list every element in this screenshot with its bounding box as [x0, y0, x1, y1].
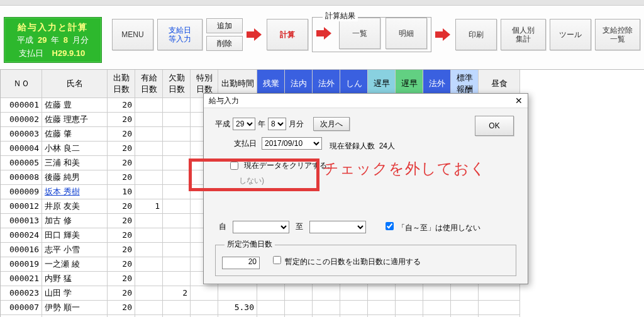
column-header[interactable]: 出勤 日数: [108, 70, 135, 98]
cell[interactable]: [313, 301, 340, 315]
cell[interactable]: [163, 127, 191, 142]
row-name[interactable]: 内野 猛: [42, 272, 108, 286]
to-select[interactable]: [309, 221, 366, 233]
row-name[interactable]: 小林 良二: [42, 142, 108, 156]
cell[interactable]: [257, 286, 285, 301]
cell[interactable]: [163, 243, 191, 257]
cell[interactable]: [340, 301, 368, 315]
cell[interactable]: 20: [108, 98, 135, 113]
menu-button[interactable]: MENU: [112, 19, 153, 50]
row-name[interactable]: 志平 小雪: [42, 243, 108, 257]
cell[interactable]: [135, 228, 163, 243]
row-name[interactable]: 佐藤 肇: [42, 127, 108, 142]
row-name[interactable]: 三浦 和美: [42, 156, 108, 170]
cell[interactable]: 20: [108, 286, 135, 301]
cell[interactable]: [135, 272, 163, 286]
working-days-input[interactable]: 20: [222, 257, 260, 269]
list-button[interactable]: 一覧: [339, 18, 380, 49]
calc-button[interactable]: 計算: [267, 19, 308, 50]
cell[interactable]: [191, 301, 218, 315]
row-name[interactable]: 山田 学: [42, 286, 108, 301]
cell[interactable]: 20: [108, 272, 135, 286]
cell[interactable]: [368, 286, 396, 301]
cell[interactable]: [340, 286, 368, 301]
cell[interactable]: 20: [108, 127, 135, 142]
cell[interactable]: [451, 301, 479, 315]
cell[interactable]: [135, 142, 163, 156]
cell[interactable]: [218, 286, 257, 301]
cell[interactable]: [191, 286, 218, 301]
row-name[interactable]: 一之瀬 綾: [42, 257, 108, 272]
cell[interactable]: [135, 214, 163, 228]
cell[interactable]: [135, 301, 163, 315]
cell[interactable]: [396, 301, 423, 315]
cell[interactable]: [368, 301, 396, 315]
ok-button[interactable]: OK: [475, 116, 514, 136]
personal-button[interactable]: 個人別 集計: [501, 19, 546, 50]
row-name[interactable]: 田口 輝美: [42, 228, 108, 243]
cell[interactable]: [423, 286, 451, 301]
tool-button[interactable]: ツール: [550, 19, 591, 50]
cell[interactable]: [163, 156, 191, 170]
cell[interactable]: [479, 286, 520, 301]
cell[interactable]: 10: [108, 185, 135, 199]
cell[interactable]: [285, 286, 313, 301]
cell[interactable]: [479, 301, 520, 315]
row-name[interactable]: 後藤 純男: [42, 170, 108, 185]
column-header[interactable]: 欠勤 日数: [163, 70, 191, 98]
column-header[interactable]: ＮＯ: [1, 70, 42, 98]
cell[interactable]: [163, 214, 191, 228]
cell[interactable]: 2: [163, 286, 191, 301]
cell[interactable]: [163, 228, 191, 243]
row-name[interactable]: 佐藤 豊: [42, 98, 108, 113]
row-name[interactable]: 佐藤 理恵子: [42, 113, 108, 127]
cell[interactable]: [135, 170, 163, 185]
cell[interactable]: 20: [108, 228, 135, 243]
cell[interactable]: [163, 113, 191, 127]
cell[interactable]: [257, 301, 285, 315]
donot-use-checkbox[interactable]: [386, 222, 394, 230]
row-name[interactable]: 加古 修: [42, 214, 108, 228]
cell[interactable]: [135, 156, 163, 170]
cell[interactable]: [135, 257, 163, 272]
cell[interactable]: 20: [108, 142, 135, 156]
next-month-button[interactable]: 次月へ: [313, 117, 350, 131]
delete-button[interactable]: 削除: [206, 36, 243, 51]
add-button[interactable]: 追加: [206, 18, 243, 33]
cell[interactable]: 20: [108, 214, 135, 228]
cell[interactable]: 20: [108, 301, 135, 315]
cell[interactable]: [135, 243, 163, 257]
cell[interactable]: [396, 286, 423, 301]
year-select[interactable]: 29: [233, 118, 255, 130]
cell[interactable]: 20: [108, 113, 135, 127]
row-name[interactable]: 伊勢 順一: [42, 301, 108, 315]
cell[interactable]: 20: [108, 243, 135, 257]
cell[interactable]: 20: [108, 156, 135, 170]
cell[interactable]: [163, 257, 191, 272]
paydate-select[interactable]: 2017/09/10: [262, 137, 322, 150]
from-select[interactable]: [233, 221, 289, 233]
detail-button[interactable]: 明細: [386, 18, 427, 49]
cell[interactable]: [163, 170, 191, 185]
clear-data-checkbox[interactable]: [230, 162, 238, 170]
cell[interactable]: 5.30: [218, 301, 257, 315]
cell[interactable]: [163, 199, 191, 214]
cell[interactable]: [285, 301, 313, 315]
cell[interactable]: [135, 286, 163, 301]
column-header[interactable]: 氏名: [42, 70, 108, 98]
column-header[interactable]: 有給 日数: [135, 70, 163, 98]
cell[interactable]: [163, 272, 191, 286]
month-select[interactable]: 8: [268, 118, 286, 130]
cell[interactable]: [451, 286, 479, 301]
cell[interactable]: 20: [108, 199, 135, 214]
print-button[interactable]: 印刷: [455, 19, 497, 50]
cell[interactable]: [135, 127, 163, 142]
cell[interactable]: [163, 98, 191, 113]
cell[interactable]: 20: [108, 257, 135, 272]
cell[interactable]: [163, 142, 191, 156]
cell[interactable]: [135, 113, 163, 127]
cell[interactable]: [163, 301, 191, 315]
cell[interactable]: [163, 185, 191, 199]
cell[interactable]: 1: [135, 199, 163, 214]
apply-checkbox[interactable]: [273, 256, 281, 264]
